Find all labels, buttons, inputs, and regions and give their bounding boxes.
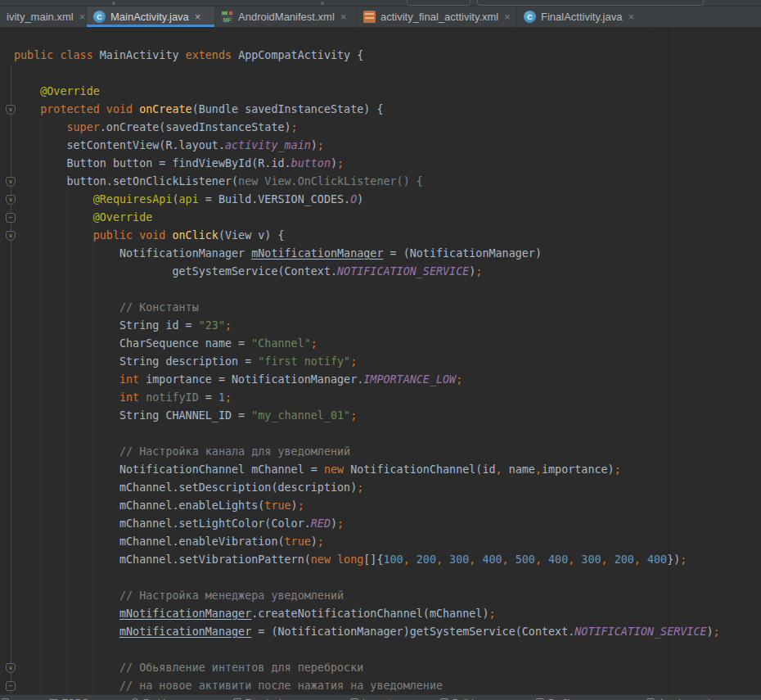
code-line[interactable]: mChannel.setLightColor(Color.RED); (14, 515, 761, 533)
tab-label: FinalActtivity.java (541, 11, 622, 23)
fold-expandable-icon[interactable]: ∨ (6, 663, 16, 673)
close-icon[interactable]: × (79, 11, 86, 22)
device-widget[interactable] (477, 0, 704, 6)
close-icon[interactable]: × (504, 11, 511, 22)
tool-window-bar: TODOProblemsTerminalLogcatBuildProfilerA… (0, 694, 761, 700)
code-line[interactable]: setContentView(R.layout.activity_main); (14, 137, 761, 155)
code-line[interactable]: mChannel.setDescription(description); (14, 479, 761, 497)
tab-label: ivity_main.xml (7, 11, 74, 23)
editor-tab-bar: ivity_main.xml×CMainActivity.java×MFAndr… (0, 7, 761, 27)
code-line[interactable]: @Override (14, 83, 761, 101)
toolbar-dot-icon (321, 2, 324, 5)
layout-xml-icon (363, 11, 376, 23)
code-area[interactable]: public class MainActivity extends AppCom… (14, 47, 761, 694)
tab-label: activity_final_acttivity.xml (380, 11, 498, 23)
gutter-fold-line (11, 65, 11, 694)
code-line[interactable]: int notifyID = 1; (14, 389, 761, 407)
code-line[interactable]: mNotificationManager.createNotificationC… (14, 605, 761, 623)
code-line[interactable]: CharSequence name = "Channel"; (14, 335, 761, 353)
java-class-icon: C (524, 11, 536, 23)
code-line[interactable]: Button button = findViewById(R.id.button… (14, 155, 761, 173)
close-icon[interactable]: × (195, 11, 201, 22)
tab-finalacttivity-java[interactable]: CFinalActtivity.java× (517, 7, 650, 27)
tab-label: MainActivity.java (110, 11, 189, 23)
code-line[interactable]: String id = "23"; (14, 317, 761, 335)
code-line[interactable] (14, 569, 761, 587)
code-line[interactable]: public void onClick(View v) { (14, 227, 761, 245)
tab-activity-final-acttivity-xml[interactable]: activity_final_acttivity.xml× (357, 7, 517, 27)
code-line[interactable]: // Константы (14, 299, 761, 317)
manifest-file-icon: MF (221, 11, 233, 23)
code-line[interactable]: protected void onCreate(Bundle savedInst… (14, 101, 761, 119)
code-line[interactable]: // Обьявление интентов для переброски (14, 659, 761, 677)
fold-expandable-icon[interactable]: ∨ (6, 231, 16, 241)
code-editor[interactable]: public class MainActivity extends AppCom… (0, 27, 761, 694)
code-line[interactable]: mChannel.enableLights(true); (14, 497, 761, 515)
fold-collapse-icon[interactable]: − (6, 213, 16, 223)
code-line[interactable] (14, 65, 761, 83)
code-line[interactable]: getSystemService(Context.NOTIFICATION_SE… (14, 263, 761, 281)
fold-collapse-icon[interactable]: − (6, 681, 16, 691)
java-class-icon: C (93, 11, 106, 23)
run-widget[interactable] (407, 0, 471, 6)
code-line[interactable]: String CHANNEL_ID = "my_channel_01"; (14, 407, 761, 425)
tab-mainactivity-java[interactable]: CMainActivity.java× (87, 7, 214, 27)
tab-ivity-main-xml[interactable]: ivity_main.xml× (0, 7, 87, 27)
code-line[interactable]: int importance = NotificationManager.IMP… (14, 371, 761, 389)
code-line[interactable]: super.onCreate(savedInstanceState); (14, 119, 761, 137)
ide-window: ivity_main.xml×CMainActivity.java×MFAndr… (0, 0, 761, 700)
code-line[interactable]: mNotificationManager = (NotificationMana… (14, 623, 761, 641)
code-line[interactable] (14, 281, 761, 299)
toolbar-dot-icon (112, 2, 115, 5)
code-line[interactable]: public class MainActivity extends AppCom… (14, 47, 761, 65)
close-icon[interactable]: × (628, 11, 634, 22)
tab-androidmanifest-xml[interactable]: MFAndroidManifest.xml× (214, 7, 357, 27)
code-line[interactable]: @Override (14, 209, 761, 227)
fold-expandable-icon[interactable]: ∨ (6, 195, 16, 205)
code-line[interactable]: button.setOnClickListener(new View.OnCli… (14, 173, 761, 191)
code-line[interactable]: // на новое активити после нажатия на ув… (14, 677, 761, 694)
code-line[interactable]: NotificationChannel mChannel = new Notif… (14, 461, 761, 479)
close-icon[interactable]: × (340, 11, 347, 22)
code-line[interactable]: String description = "first notify"; (14, 353, 761, 371)
code-line[interactable]: // Настройка менеджера уведомлений (14, 587, 761, 605)
code-line[interactable]: mChannel.enableVibration(true); (14, 533, 761, 551)
code-line[interactable]: mChannel.setVibrationPattern(new long[]{… (14, 551, 761, 569)
code-line[interactable]: @RequiresApi(api = Build.VERSION_CODES.O… (14, 191, 761, 209)
code-line[interactable] (14, 425, 761, 443)
main-toolbar (0, 0, 761, 7)
code-line[interactable]: // Настройка канала для уведомлений (14, 443, 761, 461)
tab-label: AndroidManifest.xml (238, 11, 335, 23)
fold-expandable-icon[interactable]: ∨ (6, 105, 16, 115)
code-line[interactable] (14, 641, 761, 659)
code-line[interactable]: NotificationManager mNotificationManager… (14, 245, 761, 263)
fold-expandable-icon[interactable]: ∨ (6, 177, 16, 187)
